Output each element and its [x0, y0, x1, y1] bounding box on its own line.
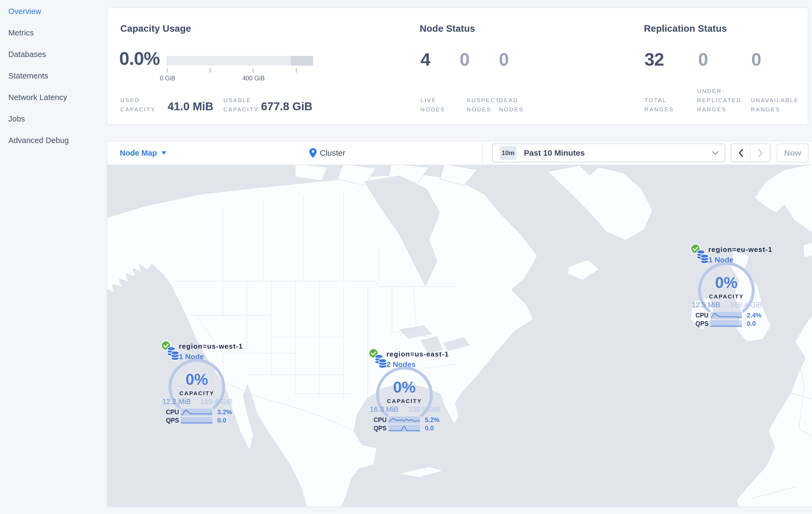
time-pager	[731, 143, 771, 162]
under-replicated-ranges-label: UNDER- REPLICATED RANGES	[697, 86, 742, 114]
node-used-capacity: 12.2 MiB	[162, 398, 191, 406]
qps-sparkline	[710, 320, 742, 327]
cpu-value: 3.2%	[217, 408, 232, 416]
cpu-label: CPU	[374, 416, 388, 424]
cpu-label: CPU	[695, 312, 710, 319]
cluster-summary-card: Capacity Usage 0.0% 0 GiB 400 GiB USED C…	[107, 7, 808, 125]
node-total-capacity: 169.4 GiB	[200, 398, 233, 406]
map-node-us-west-1[interactable]: region=us-west-1 1 Node 0% CAPACITY 12.2…	[162, 342, 242, 428]
qps-label: QPS	[166, 417, 181, 424]
replication-status-title: Replication Status	[644, 23, 727, 34]
node-map-toolbar: Node Map Cluster 10m Past 10 Minutes	[108, 141, 812, 165]
capacity-bar-dark-segment	[291, 56, 313, 65]
capacity-axis-tick	[167, 68, 168, 73]
sidebar-item-metrics-label[interactable]: Metrics	[8, 28, 34, 37]
sidebar-item-jobs-label[interactable]: Jobs	[8, 114, 25, 123]
region-label: region=eu-west-1	[708, 245, 773, 254]
view-selector-dropdown[interactable]: Node Map	[120, 141, 166, 164]
suspect-nodes-label: SUSPECT NODES	[467, 96, 500, 114]
capacity-axis-tick	[253, 68, 254, 73]
region-label: region=us-west-1	[179, 342, 243, 351]
usable-capacity-value: 677.8 GiB	[261, 100, 312, 113]
view-selector-label[interactable]: Node Map	[120, 148, 157, 158]
sidebar-item-jobs[interactable]: Jobs	[8, 113, 69, 135]
capacity-axis-label-0: 0 GiB	[160, 75, 175, 82]
node-map-card: Node Map Cluster 10m Past 10 Minutes	[107, 141, 812, 507]
total-ranges-label: TOTAL RANGES	[644, 96, 674, 114]
live-nodes-label: LIVE NODES	[420, 96, 445, 114]
time-range-label: Past 10 Minutes	[524, 148, 585, 158]
node-capacity-label: CAPACITY	[375, 398, 434, 404]
sidebar: Overview Metrics Databases Statements Ne…	[0, 0, 107, 514]
sidebar-item-advanced-debug-label[interactable]: Advanced Debug	[8, 136, 69, 145]
cpu-value: 2.4%	[747, 312, 761, 319]
usable-capacity-label: USABLE CAPACITY	[224, 96, 259, 114]
cpu-sparkline	[388, 416, 420, 424]
sidebar-item-statements-label[interactable]: Statements	[8, 72, 48, 80]
sidebar-item-overview-label[interactable]: Overview	[8, 7, 41, 16]
now-button[interactable]: Now	[777, 143, 809, 162]
suspect-nodes-count: 0	[460, 49, 469, 70]
sidebar-nav-list: Overview Metrics Databases Statements Ne…	[8, 6, 69, 157]
qps-label: QPS	[374, 425, 388, 432]
toolbar-divider	[482, 143, 483, 163]
under-replicated-ranges-count: 0	[698, 49, 708, 70]
sidebar-item-databases[interactable]: Databases	[8, 49, 69, 71]
node-capacity-percent: 0%	[697, 273, 756, 291]
cpu-label: CPU	[166, 409, 181, 416]
chevron-right-icon	[757, 148, 764, 158]
sidebar-item-databases-label[interactable]: Databases	[8, 50, 46, 59]
node-capacity-percent: 0%	[375, 378, 434, 396]
map-node-us-east-1[interactable]: region=us-east-1 2 Nodes 0% CAPACITY 16.…	[369, 350, 450, 435]
sidebar-item-overview[interactable]: Overview	[8, 6, 69, 27]
region-label: region=us-east-1	[386, 350, 449, 358]
node-used-capacity: 16.3 MiB	[370, 405, 399, 414]
time-forward-button[interactable]	[750, 144, 770, 162]
cpu-metric-row: CPU 2.4%	[695, 312, 761, 319]
map-node-eu-west-1[interactable]: region=eu-west-1 1 Node 0% CAPACITY 12.5…	[691, 245, 772, 331]
map-pin-icon	[309, 148, 317, 158]
qps-metric-row: QPS 0.0	[374, 425, 434, 432]
cpu-metric-row: CPU 3.2%	[166, 408, 232, 416]
qps-sparkline	[388, 425, 420, 432]
capacity-bar	[167, 56, 313, 65]
unavailable-ranges-count: 0	[751, 49, 761, 70]
used-capacity-value: 41.0 MiB	[168, 100, 213, 113]
capacity-usage-title: Capacity Usage	[120, 23, 191, 34]
total-ranges-count: 32	[644, 49, 664, 70]
dead-nodes-label: DEAD NODES	[499, 96, 524, 114]
time-range-dropdown[interactable]: 10m Past 10 Minutes	[492, 143, 725, 162]
cpu-metric-row: CPU 5.2%	[374, 416, 440, 424]
world-map[interactable]: region=us-west-1 1 Node 0% CAPACITY 12.2…	[108, 165, 812, 507]
time-back-button[interactable]	[731, 144, 750, 162]
time-range-badge: 10m	[500, 146, 516, 160]
qps-value: 0.0	[217, 417, 226, 424]
qps-label: QPS	[695, 320, 710, 327]
unavailable-ranges-label: UNAVAILABLE RANGES	[751, 96, 799, 114]
map-geography	[108, 165, 812, 507]
capacity-axis-tick	[210, 68, 210, 73]
sidebar-item-network-latency-label[interactable]: Network Latency	[8, 93, 67, 102]
breadcrumb-cluster-label[interactable]: Cluster	[320, 148, 345, 158]
used-capacity-label: USED CAPACITY	[120, 96, 155, 114]
node-capacity-label: CAPACITY	[697, 293, 756, 300]
qps-value: 0.0	[425, 425, 434, 432]
cpu-sparkline	[181, 409, 212, 415]
qps-metric-row: QPS 0.0	[695, 320, 756, 327]
capacity-used-percent: 0.0%	[119, 48, 160, 69]
sidebar-item-network-latency[interactable]: Network Latency	[8, 92, 69, 113]
node-status-title: Node Status	[420, 23, 475, 34]
sidebar-item-advanced-debug[interactable]: Advanced Debug	[8, 135, 69, 157]
chevron-down-icon	[712, 148, 719, 155]
sidebar-item-metrics[interactable]: Metrics	[8, 27, 69, 49]
node-capacity-percent: 0%	[167, 370, 226, 388]
capacity-axis-tick	[296, 68, 297, 73]
dead-nodes-count: 0	[499, 49, 509, 70]
chevron-left-icon	[737, 148, 744, 158]
sidebar-item-statements[interactable]: Statements	[8, 71, 69, 92]
node-total-capacity: 338.9 GiB	[408, 405, 440, 414]
caret-down-icon	[162, 151, 166, 155]
qps-value: 0.0	[747, 320, 756, 327]
capacity-axis-label-400: 400 GiB	[242, 75, 264, 82]
cpu-sparkline	[710, 312, 742, 319]
